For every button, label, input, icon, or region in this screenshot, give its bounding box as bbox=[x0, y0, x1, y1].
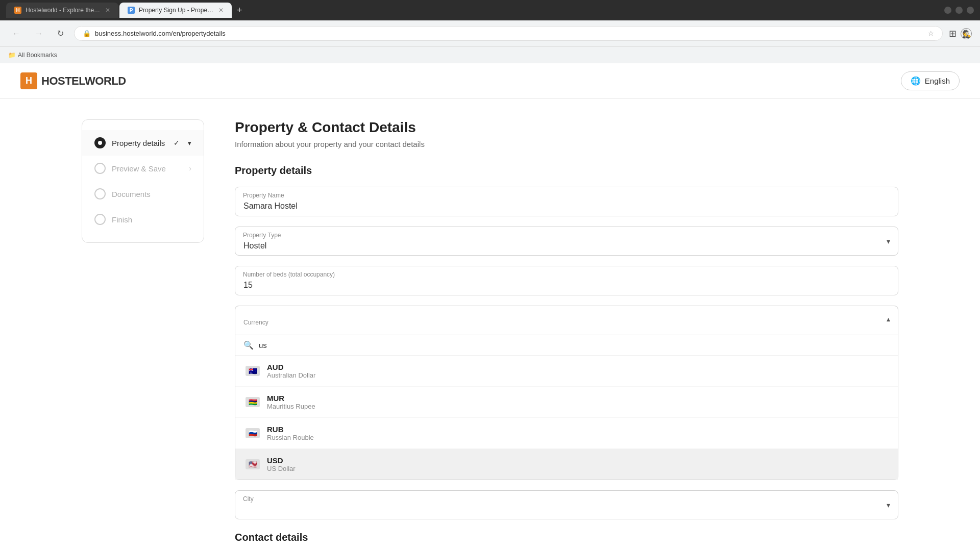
currency-search-input[interactable] bbox=[259, 341, 890, 349]
sidebar-card: Property details ✓ ▾ Preview & Save › Do… bbox=[82, 119, 204, 243]
tab-close-property[interactable]: ✕ bbox=[218, 7, 224, 14]
city-label: City bbox=[243, 495, 254, 503]
sidebar-item-preview-save[interactable]: Preview & Save › bbox=[82, 156, 204, 181]
currency-name-usd: US Dollar bbox=[267, 465, 296, 472]
address-text: business.hostelworld.com/en/propertydeta… bbox=[95, 30, 226, 37]
currency-name-mur: Mauritius Rupee bbox=[267, 403, 315, 410]
city-select[interactable] bbox=[235, 490, 898, 519]
currency-option-rub[interactable]: 🇷🇺 RUB Russian Rouble bbox=[235, 418, 898, 449]
currency-code-aud: AUD bbox=[267, 363, 315, 371]
incognito-icon: 🕵 bbox=[961, 28, 972, 39]
currency-name-rub: Russian Rouble bbox=[267, 434, 314, 441]
close-window-button[interactable] bbox=[967, 7, 974, 14]
flag-usd: 🇺🇸 bbox=[246, 459, 260, 469]
property-name-field: Property Name bbox=[235, 187, 898, 216]
bookmarks-bar: 📁 All Bookmarks bbox=[0, 47, 980, 63]
step-circle-property-details bbox=[94, 137, 106, 148]
currency-dropdown-panel: 🔍 🇦🇺 AUD Australian Dollar bbox=[235, 335, 898, 480]
currency-info-aud: AUD Australian Dollar bbox=[267, 363, 315, 379]
currency-option-mur[interactable]: 🇲🇺 MUR Mauritius Rupee bbox=[235, 387, 898, 418]
back-button[interactable]: ← bbox=[8, 27, 24, 40]
property-name-input[interactable] bbox=[235, 187, 898, 216]
currency-code-rub: RUB bbox=[267, 425, 314, 434]
currency-code-usd: USD bbox=[267, 456, 296, 465]
page-content: H HOSTELWORLD 🌐 English Property details… bbox=[0, 63, 980, 551]
tab-property-signup[interactable]: P Property Sign Up - Property an... ✕ bbox=[119, 3, 232, 18]
step-circle-preview bbox=[94, 163, 106, 174]
tab-title-property: Property Sign Up - Property an... bbox=[139, 7, 214, 14]
window-controls bbox=[944, 7, 974, 14]
currency-code-mur: MUR bbox=[267, 394, 315, 403]
section-contact-title: Contact details bbox=[235, 532, 898, 543]
step-circle-finish bbox=[94, 214, 106, 225]
city-field: City ▾ bbox=[235, 490, 898, 519]
address-bar[interactable]: 🔒 business.hostelworld.com/en/propertyde… bbox=[74, 26, 943, 41]
currency-container: Currency ▾ 🔍 🇦� bbox=[235, 306, 898, 480]
logo-text: HOSTELWORLD bbox=[41, 74, 126, 88]
folder-icon: 📁 bbox=[8, 52, 16, 59]
checkmark-icon: ✓ bbox=[174, 139, 180, 147]
currency-name-aud: Australian Dollar bbox=[267, 371, 315, 379]
flag-aud: 🇦🇺 bbox=[246, 366, 260, 376]
form-area: Property & Contact Details Information a… bbox=[235, 119, 898, 543]
currency-option-aud[interactable]: 🇦🇺 AUD Australian Dollar bbox=[235, 356, 898, 387]
address-bar-row: ← → ↻ 🔒 business.hostelworld.com/en/prop… bbox=[0, 20, 980, 47]
reload-button[interactable]: ↻ bbox=[53, 27, 68, 40]
logo-box: H bbox=[20, 72, 37, 89]
sidebar-label-finish: Finish bbox=[112, 215, 132, 224]
sidebar: Property details ✓ ▾ Preview & Save › Do… bbox=[82, 119, 204, 543]
main-content: Property details ✓ ▾ Preview & Save › Do… bbox=[0, 99, 980, 551]
browser-tabs: H Hostelworld - Explore the worl... ✕ P … bbox=[6, 3, 932, 18]
sidebar-item-property-details[interactable]: Property details ✓ ▾ bbox=[82, 130, 204, 156]
sidebar-item-finish[interactable]: Finish bbox=[82, 207, 204, 232]
tab-favicon-hostelworld: H bbox=[14, 7, 21, 14]
tab-title-hostelworld: Hostelworld - Explore the worl... bbox=[26, 7, 101, 14]
currency-option-usd[interactable]: 🇺🇸 USD US Dollar bbox=[235, 449, 898, 480]
property-type-select[interactable]: Hostel bbox=[235, 227, 898, 256]
currency-info-mur: MUR Mauritius Rupee bbox=[267, 394, 315, 410]
tab-close-hostelworld[interactable]: ✕ bbox=[105, 7, 110, 14]
logo[interactable]: H HOSTELWORLD bbox=[20, 72, 126, 89]
bookmark-icon[interactable]: ☆ bbox=[928, 30, 934, 37]
currency-field-label: Currency bbox=[243, 319, 877, 326]
page-title: Property & Contact Details bbox=[235, 119, 898, 136]
new-tab-button[interactable]: + bbox=[233, 3, 247, 18]
currency-options-list: 🇦🇺 AUD Australian Dollar 🇲🇺 MUR Ma bbox=[235, 356, 898, 480]
property-name-label: Property Name bbox=[243, 192, 284, 199]
site-header: H HOSTELWORLD 🌐 English bbox=[0, 63, 980, 99]
section-property-title: Property details bbox=[235, 165, 898, 177]
property-type-label: Property Type bbox=[243, 232, 281, 239]
flag-rub: 🇷🇺 bbox=[246, 428, 260, 438]
expand-icon-property: ▾ bbox=[188, 139, 191, 147]
sidebar-item-documents[interactable]: Documents bbox=[82, 181, 204, 207]
sidebar-label-property-details: Property details bbox=[112, 139, 165, 147]
flag-mur: 🇲🇺 bbox=[246, 397, 260, 407]
extensions-icon[interactable]: ⊞ bbox=[949, 28, 957, 39]
tab-favicon-property: P bbox=[128, 7, 135, 14]
page-subtitle: Information about your property and your… bbox=[235, 140, 898, 148]
currency-select-wrapper: Currency ▾ bbox=[235, 306, 898, 335]
minimize-button[interactable] bbox=[944, 7, 951, 14]
language-label: English bbox=[925, 77, 950, 85]
step-circle-documents bbox=[94, 188, 106, 199]
language-button[interactable]: 🌐 English bbox=[901, 71, 960, 90]
sidebar-label-preview-save: Preview & Save bbox=[112, 164, 166, 173]
forward-button[interactable]: → bbox=[31, 27, 47, 40]
bookmarks-label: 📁 All Bookmarks bbox=[8, 52, 57, 59]
browser-actions: ⊞ 🕵 bbox=[949, 28, 972, 39]
search-icon: 🔍 bbox=[243, 340, 254, 350]
beds-label: Number of beds (total occupancy) bbox=[243, 271, 335, 278]
globe-icon: 🌐 bbox=[911, 76, 921, 86]
currency-select-display[interactable]: Currency bbox=[235, 306, 898, 335]
lock-icon: 🔒 bbox=[83, 30, 91, 37]
beds-field: Number of beds (total occupancy) bbox=[235, 266, 898, 295]
beds-input[interactable] bbox=[235, 266, 898, 295]
browser-chrome: H Hostelworld - Explore the worl... ✕ P … bbox=[0, 0, 980, 20]
tab-hostelworld[interactable]: H Hostelworld - Explore the worl... ✕ bbox=[6, 3, 118, 18]
maximize-button[interactable] bbox=[955, 7, 963, 14]
currency-info-rub: RUB Russian Rouble bbox=[267, 425, 314, 441]
currency-info-usd: USD US Dollar bbox=[267, 456, 296, 472]
currency-search-row: 🔍 bbox=[235, 335, 898, 356]
expand-icon-preview: › bbox=[189, 164, 191, 172]
sidebar-label-documents: Documents bbox=[112, 190, 151, 198]
